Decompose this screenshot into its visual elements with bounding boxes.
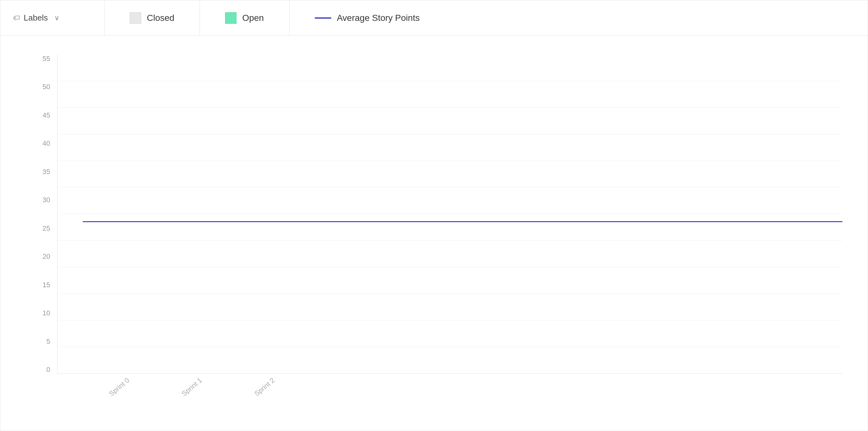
x-label-sprint2: Sprint 2 — [253, 376, 277, 398]
x-label-sprint1: Sprint 1 — [180, 376, 204, 398]
y-axis: 55 50 45 40 35 30 25 20 15 10 5 0 — [32, 55, 54, 374]
legend-item-avg: Average Story Points — [289, 0, 445, 35]
open-label: Open — [242, 13, 264, 23]
y-label-30: 30 — [43, 196, 50, 204]
closed-swatch — [130, 12, 141, 24]
x-label-sprint0: Sprint 0 — [108, 376, 131, 398]
labels-filter-text: Labels — [24, 13, 48, 23]
y-label-35: 35 — [43, 168, 50, 176]
y-label-50: 50 — [43, 83, 50, 91]
chart-area: 55 50 45 40 35 30 25 20 15 10 5 0 — [0, 36, 868, 431]
chevron-down-icon: ∨ — [54, 14, 59, 22]
legend-item-open: Open — [200, 0, 289, 35]
legend-item-closed: Closed — [104, 0, 200, 35]
plot-area — [57, 55, 842, 374]
y-label-45: 45 — [43, 111, 50, 119]
legend-bar: 🏷 Labels ∨ Closed Open Average Story Poi… — [0, 0, 868, 36]
labels-filter[interactable]: 🏷 Labels ∨ — [0, 0, 104, 35]
closed-label: Closed — [147, 13, 174, 23]
y-label-0: 0 — [46, 366, 50, 374]
bars-container — [58, 55, 842, 373]
y-label-10: 10 — [43, 309, 50, 317]
chart-inner: 55 50 45 40 35 30 25 20 15 10 5 0 — [32, 55, 842, 393]
tag-icon: 🏷 — [13, 14, 20, 22]
y-label-25: 25 — [43, 224, 50, 233]
main-container: 🏷 Labels ∨ Closed Open Average Story Poi… — [0, 0, 868, 431]
y-label-40: 40 — [43, 139, 50, 148]
avg-label: Average Story Points — [337, 13, 420, 23]
y-label-55: 55 — [43, 55, 50, 63]
avg-line-swatch — [315, 18, 331, 19]
y-label-20: 20 — [43, 253, 50, 261]
open-swatch — [225, 12, 237, 24]
y-label-15: 15 — [43, 281, 50, 289]
x-axis: Sprint 0 Sprint 1 Sprint 2 — [57, 374, 842, 393]
y-label-5: 5 — [46, 338, 50, 346]
